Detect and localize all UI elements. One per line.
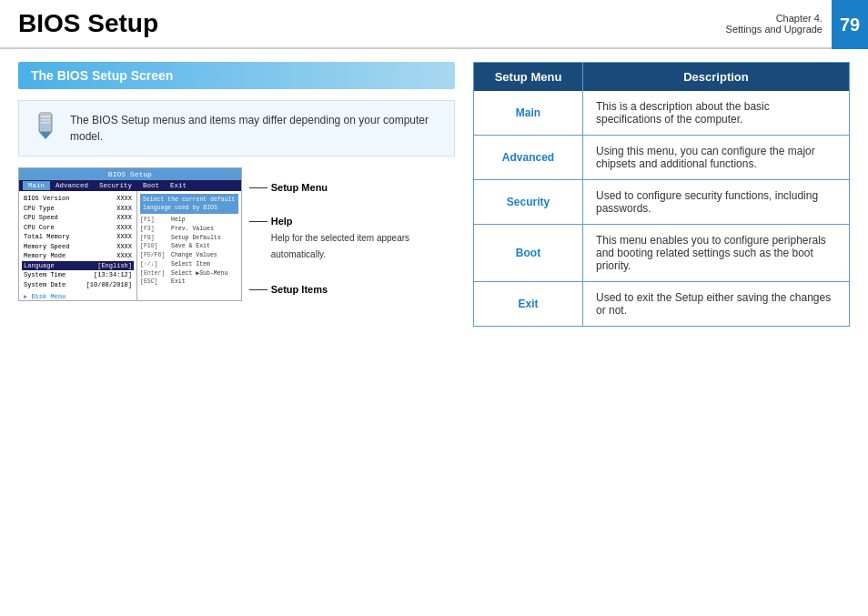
bios-row-version: BIOS VersionXXXX bbox=[22, 194, 134, 204]
svg-rect-1 bbox=[41, 116, 50, 117]
page-number-badge: 79 bbox=[832, 0, 868, 49]
bios-row-language: Language[English] bbox=[22, 261, 134, 271]
bios-row-memory-speed: Memory SpeedXXXX bbox=[22, 242, 134, 252]
description-cell: This is a description about the basic sp… bbox=[583, 91, 850, 136]
section-banner: The BIOS Setup Screen bbox=[18, 62, 455, 89]
bios-menu-exit[interactable]: Exit bbox=[165, 181, 192, 190]
menu-cell: Advanced bbox=[474, 136, 583, 180]
svg-rect-2 bbox=[41, 119, 50, 121]
bios-help-box: Select the current default language used… bbox=[140, 194, 238, 214]
bios-title-bar: BIOS Setup bbox=[19, 168, 241, 180]
help-label: Help bbox=[271, 216, 293, 227]
left-panel: The BIOS Setup Screen The BIOS Setup men… bbox=[18, 62, 455, 603]
bios-diagram-wrapper: BIOS Setup Main Advanced Security Boot E… bbox=[18, 167, 455, 301]
bios-row-disk-menu: ▶ Disk Menu bbox=[22, 292, 134, 300]
table-row: ExitUsed to exit the Setup either saving… bbox=[474, 282, 850, 327]
bios-right-panel: Select the current default language used… bbox=[137, 191, 241, 300]
bios-row-cpu-core: CPU CoreXXXX bbox=[22, 223, 134, 233]
bios-menu-security[interactable]: Security bbox=[94, 181, 137, 190]
table-row: BootThis menu enables you to configure p… bbox=[474, 225, 850, 282]
label-setup-menu: Setup Menu bbox=[249, 182, 455, 193]
bios-row-cpu-speed: CPU SpeedXXXX bbox=[22, 213, 134, 223]
chapter-line2: Settings and Upgrade bbox=[726, 24, 823, 35]
table-row: SecurityUsed to configure security funct… bbox=[474, 180, 850, 225]
bios-menu-boot[interactable]: Boot bbox=[137, 181, 165, 190]
description-cell: Used to configure security functions, in… bbox=[583, 180, 850, 225]
help-desc: Help for the selected item appears autom… bbox=[271, 233, 409, 259]
bios-menu-advanced[interactable]: Advanced bbox=[50, 181, 94, 190]
bios-mockup: BIOS Setup Main Advanced Security Boot E… bbox=[18, 167, 242, 301]
note-text: The BIOS Setup menus and items may diffe… bbox=[70, 112, 441, 145]
setup-menu-label: Setup Menu bbox=[271, 182, 328, 193]
diagram-labels: Setup Menu Help Help for the selected it… bbox=[249, 167, 455, 295]
label-setup-items: Setup Items bbox=[249, 284, 455, 295]
svg-rect-5 bbox=[40, 112, 51, 116]
bios-row-cpu-type: CPU TypeXXXX bbox=[22, 204, 134, 214]
bios-row-total-memory: Total MemoryXXXX bbox=[22, 232, 134, 242]
menu-cell: Security bbox=[474, 180, 583, 225]
chapter-line1: Chapter 4. bbox=[776, 13, 823, 24]
note-icon bbox=[32, 112, 59, 145]
menu-cell: Main bbox=[474, 91, 583, 136]
description-cell: Using this menu, you can configure the m… bbox=[583, 136, 850, 180]
right-panel: Setup Menu Description MainThis is a des… bbox=[473, 62, 850, 603]
page-title: BIOS Setup bbox=[18, 9, 158, 38]
description-cell: This menu enables you to configure perip… bbox=[583, 225, 850, 282]
chapter-info: Chapter 4. Settings and Upgrade bbox=[726, 0, 823, 47]
main-content: The BIOS Setup Screen The BIOS Setup men… bbox=[0, 49, 868, 616]
bios-menu-bar: Main Advanced Security Boot Exit bbox=[19, 180, 241, 191]
table-row: MainThis is a description about the basi… bbox=[474, 91, 850, 136]
svg-rect-3 bbox=[41, 122, 50, 124]
setup-items-label: Setup Items bbox=[271, 284, 328, 295]
bios-left-panel: BIOS VersionXXXX CPU TypeXXXX CPU SpeedX… bbox=[19, 191, 137, 300]
setup-table: Setup Menu Description MainThis is a des… bbox=[473, 62, 850, 327]
col-description-header: Description bbox=[583, 63, 850, 92]
label-help-area: Help Help for the selected item appears … bbox=[249, 216, 455, 261]
bios-row-system-time: System Time[13:34:12] bbox=[22, 270, 134, 280]
bios-row-system-date: System Date[10/08/2010] bbox=[22, 280, 134, 290]
bios-body: BIOS VersionXXXX CPU TypeXXXX CPU SpeedX… bbox=[19, 191, 241, 300]
header-title-area: BIOS Setup bbox=[0, 0, 726, 47]
table-row: AdvancedUsing this menu, you can configu… bbox=[474, 136, 850, 180]
bios-keys: [F1]Help [F3]Prev. Values [F9]Setup Defa… bbox=[140, 216, 238, 287]
note-box: The BIOS Setup menus and items may diffe… bbox=[18, 100, 455, 157]
menu-cell: Boot bbox=[474, 225, 583, 282]
page-header: BIOS Setup Chapter 4. Settings and Upgra… bbox=[0, 0, 868, 49]
menu-cell: Exit bbox=[474, 282, 583, 327]
bios-row-memory-mode: Memory ModeXXXX bbox=[22, 251, 134, 261]
svg-marker-4 bbox=[39, 132, 52, 139]
bios-menu-main[interactable]: Main bbox=[23, 181, 50, 190]
pencil-icon bbox=[32, 112, 59, 145]
description-cell: Used to exit the Setup either saving the… bbox=[583, 282, 850, 327]
col-setup-menu-header: Setup Menu bbox=[474, 63, 583, 92]
